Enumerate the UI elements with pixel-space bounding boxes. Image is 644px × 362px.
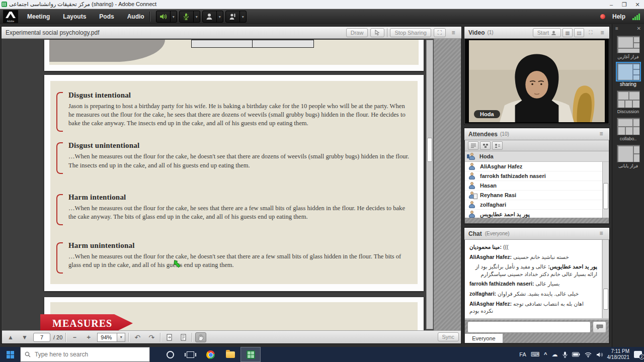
chat-pod-menu-icon[interactable]: ≡ bbox=[596, 230, 606, 237]
menu-help[interactable]: Help bbox=[612, 13, 625, 20]
attendee-list-view-icon[interactable] bbox=[468, 141, 478, 150]
webcam-button[interactable]: ▾ bbox=[202, 11, 223, 23]
chat-message: پور ید احمد عطایویس عالی و مفید و تأمل ب… bbox=[469, 263, 597, 277]
wifi-icon[interactable] bbox=[585, 352, 592, 357]
chat-scrollbar-thumb[interactable] bbox=[603, 289, 608, 310]
next-page-button[interactable]: ▼ bbox=[19, 332, 30, 342]
stop-sharing-button[interactable]: Stop Sharing bbox=[390, 28, 431, 37]
share-pod-menu-icon[interactable]: ≡ bbox=[448, 29, 458, 37]
video-pod-title: Video bbox=[468, 29, 485, 36]
onedrive-cloud-icon[interactable]: ☁ bbox=[552, 351, 558, 358]
attendees-list[interactable]: AliAsghar Hafez farrokh fathizadeh naser… bbox=[465, 162, 609, 218]
adobe-connect-taskbar-button[interactable] bbox=[240, 347, 261, 362]
start-button[interactable] bbox=[0, 347, 20, 362]
close-button[interactable]: ✕ bbox=[631, 0, 644, 9]
language-indicator[interactable]: FA bbox=[519, 351, 526, 357]
document-scrollbar[interactable] bbox=[426, 40, 433, 329]
menu-layouts[interactable]: Layouts bbox=[63, 13, 86, 20]
chat-message: مینا محمودیان ((( bbox=[469, 243, 597, 250]
start-webcam-button[interactable]: Start bbox=[533, 28, 561, 37]
cortana-button[interactable] bbox=[160, 347, 180, 362]
attendee-row[interactable]: farrokh fathizadeh naseri bbox=[465, 171, 609, 181]
video-fullscreen-icon[interactable]: ⛶ bbox=[586, 28, 596, 37]
search-input[interactable] bbox=[35, 351, 135, 358]
speaker-button[interactable]: ▾ bbox=[156, 11, 177, 23]
menu-audio[interactable]: Audio bbox=[127, 13, 144, 20]
tray-chevron-icon[interactable]: ^ bbox=[544, 351, 547, 357]
zoom-level-select[interactable]: 94% ▾ bbox=[97, 333, 125, 342]
rotate-right-button[interactable]: ↷ bbox=[146, 332, 157, 342]
breakout-view-icon[interactable] bbox=[480, 141, 491, 150]
zoom-out-button[interactable]: − bbox=[69, 332, 80, 342]
zoom-in-button[interactable]: ＋ bbox=[83, 332, 94, 342]
raise-hand-button[interactable]: ▾ bbox=[225, 11, 247, 23]
raise-hand-dropdown[interactable]: ▾ bbox=[239, 11, 246, 22]
draw-button[interactable]: Draw bbox=[346, 28, 368, 37]
taskbar-clock[interactable]: 7:11 PM 4/18/2021 bbox=[607, 348, 630, 361]
task-view-button[interactable] bbox=[180, 347, 200, 362]
attendee-row[interactable]: AliAsghar Hafez bbox=[465, 162, 609, 171]
grid-view-icon[interactable]: ▦ bbox=[562, 28, 573, 37]
video-pod-menu-icon[interactable]: ≡ bbox=[597, 29, 607, 37]
minimize-button[interactable]: – bbox=[605, 0, 618, 9]
chat-messages[interactable]: مینا محمودیان ((( AliAsghar Hafez خسته ن… bbox=[465, 240, 602, 318]
host-phone-icon bbox=[468, 153, 475, 160]
pointer-tool-button[interactable] bbox=[370, 28, 384, 37]
rotate-left-button[interactable]: ↶ bbox=[132, 332, 143, 342]
chrome-button[interactable] bbox=[200, 347, 220, 362]
connection-signal-icon[interactable] bbox=[632, 14, 640, 20]
chat-input[interactable] bbox=[467, 321, 591, 333]
slide-decoration bbox=[49, 40, 165, 62]
chat-message: AliAsghar Hafez بله خیلی ممنون bbox=[469, 317, 597, 318]
menu-meeting[interactable]: Meeting bbox=[27, 13, 50, 20]
layout-collaboration[interactable]: collabo.. bbox=[612, 118, 644, 141]
attendee-row-host[interactable]: Hoda bbox=[465, 151, 609, 162]
attendee-row[interactable]: Reyhane Rasi bbox=[465, 191, 609, 200]
maximize-button[interactable]: ❒ bbox=[618, 0, 631, 9]
battery-icon[interactable] bbox=[572, 352, 580, 357]
tray-microphone-icon[interactable] bbox=[562, 351, 568, 358]
action-center-icon[interactable]: 2 bbox=[634, 351, 642, 358]
pdf-page-previous bbox=[44, 40, 424, 71]
microphone-button[interactable]: ▾ bbox=[179, 11, 200, 23]
sync-button[interactable]: Sync bbox=[438, 332, 459, 341]
attendees-pod-menu-icon[interactable]: ≡ bbox=[596, 130, 606, 138]
chat-tab-everyone[interactable]: Everyone bbox=[465, 333, 503, 343]
attendee-row[interactable]: پور ید احمد عطایویس bbox=[465, 210, 609, 218]
document-scrollbar-thumb[interactable] bbox=[427, 138, 432, 162]
document-canvas[interactable]: Disgust intentional Jason is preparing t… bbox=[2, 39, 461, 330]
layouts-menu-icon[interactable]: ≡ bbox=[615, 26, 618, 31]
file-explorer-button[interactable] bbox=[220, 347, 240, 362]
fit-page-icon[interactable] bbox=[178, 332, 189, 342]
adobe-logo[interactable]: Adobe bbox=[3, 10, 18, 23]
layouts-close-icon[interactable]: ✕ bbox=[637, 26, 641, 31]
prev-page-button[interactable]: ▲ bbox=[5, 332, 16, 342]
attendees-scrollbar[interactable] bbox=[602, 162, 609, 218]
attendees-scrollbar-thumb[interactable] bbox=[603, 183, 608, 209]
layout-sharing[interactable]: sharing bbox=[612, 63, 644, 87]
keyboard-icon[interactable]: ⌨ bbox=[531, 351, 539, 358]
microphone-dropdown[interactable]: ▾ bbox=[193, 11, 200, 22]
taskbar-search[interactable] bbox=[20, 347, 150, 362]
webcam-dropdown[interactable]: ▾ bbox=[216, 11, 223, 22]
attendees-pod-header: Attendees (10) ≡ bbox=[464, 128, 609, 140]
filmstrip-view-icon[interactable]: ▤ bbox=[574, 28, 584, 37]
system-tray: FA ⌨ ^ ☁ 7:11 PM 4/18/2021 2 bbox=[519, 347, 642, 362]
volume-icon[interactable] bbox=[596, 352, 603, 357]
layout-closing[interactable]: فراز پایانی bbox=[612, 145, 644, 168]
fit-width-icon[interactable] bbox=[164, 332, 175, 342]
page-number-input[interactable] bbox=[33, 333, 50, 342]
attendee-row[interactable]: zolfaghari bbox=[465, 200, 609, 210]
chat-scrollbar[interactable] bbox=[602, 240, 609, 318]
layout-discussion[interactable]: Discussion bbox=[612, 90, 644, 114]
send-message-button[interactable] bbox=[593, 321, 606, 333]
layout-opening[interactable]: فراز آغازین bbox=[612, 36, 644, 59]
fullscreen-icon[interactable]: ⛶ bbox=[434, 28, 446, 37]
hand-tool-button[interactable] bbox=[195, 332, 206, 342]
zoom-dropdown-icon[interactable]: ▾ bbox=[117, 333, 125, 342]
menu-pods[interactable]: Pods bbox=[99, 13, 114, 20]
adobe-connect-icon bbox=[247, 350, 255, 359]
attendee-row[interactable]: Hasan bbox=[465, 181, 609, 191]
speaker-dropdown[interactable]: ▾ bbox=[170, 11, 177, 22]
status-view-icon[interactable] bbox=[492, 141, 503, 150]
